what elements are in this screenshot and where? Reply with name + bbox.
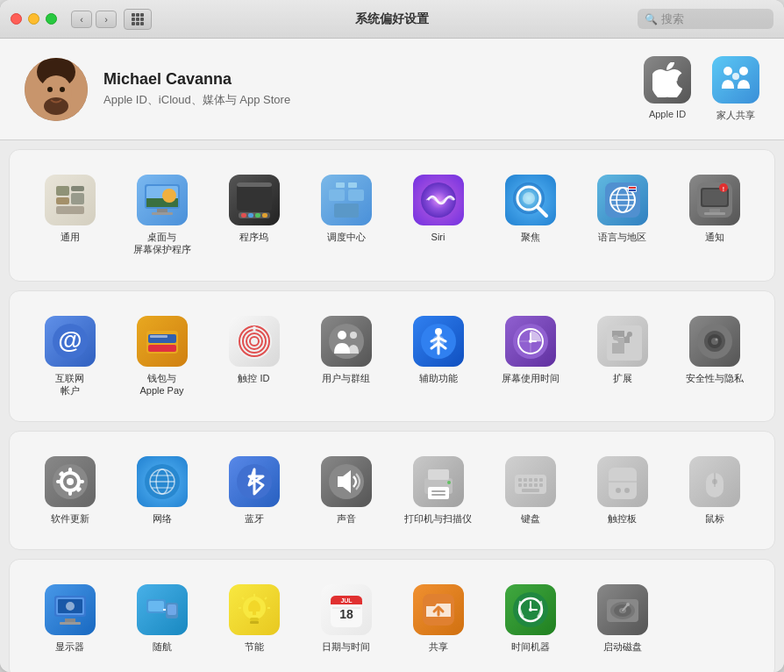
forward-button[interactable]: › [96,11,117,28]
touchid-pref[interactable]: 触控 ID [211,309,296,404]
svg-line-36 [538,207,546,216]
svg-rect-28 [348,189,364,201]
spotlight-pref[interactable]: 聚焦 [488,168,573,263]
bluetooth-pref[interactable]: 蓝牙 [211,449,296,532]
svg-point-35 [523,192,535,204]
svg-rect-9 [56,186,69,196]
sharing-pref[interactable]: 共享 [396,577,481,660]
mouse-pref[interactable]: 鼠标 [672,449,757,532]
siri-icon [413,175,464,225]
search-input[interactable] [661,12,766,25]
dock-label: 程序坞 [239,231,268,243]
search-box[interactable]: 🔍 [638,9,773,29]
startup-icon [597,584,648,635]
search-icon: 🔍 [645,13,658,25]
svg-point-66 [338,331,346,340]
svg-rect-112 [518,478,522,482]
svg-rect-113 [524,478,527,482]
touchid-label: 触控 ID [238,372,269,384]
svg-rect-25 [255,213,260,218]
language-pref[interactable]: 语言与地区 [580,168,665,263]
siri-pref[interactable]: Siri [396,168,481,263]
svg-point-6 [723,67,732,75]
profile-actions: Apple ID 家人共享 [644,56,759,122]
mission-icon [321,175,372,225]
svg-rect-122 [522,489,539,492]
icon-grid-more: 显示器 随航 [27,577,757,660]
svg-rect-21 [237,182,272,187]
svg-rect-117 [518,483,522,487]
printer-label: 打印机与扫描仪 [404,512,472,525]
main-window: ‹ › 系统偏好设置 🔍 [0,0,784,672]
datetime-pref[interactable]: 18 JUL 日期与时间 [303,577,388,660]
profile-name: Michael Cavanna [103,70,644,89]
notifications-pref[interactable]: ! 通知 [672,168,757,263]
desktop-pref[interactable]: 桌面与屏幕保护程序 [119,168,204,263]
extensions-pref[interactable]: 扩展 [580,309,665,404]
svg-rect-45 [629,189,636,191]
energy-pref[interactable]: 节能 [211,577,296,660]
family-sharing-button[interactable]: 家人共享 [712,56,759,122]
general-label: 通用 [61,231,80,243]
section-system: 通用 桌面与屏幕保护 [9,149,775,282]
dock-pref[interactable]: 程序坞 [211,168,296,263]
svg-point-125 [616,488,621,493]
svg-rect-116 [539,478,543,482]
mission-pref[interactable]: 调度中心 [303,168,388,263]
avatar-face [25,58,88,121]
maximize-button[interactable] [46,13,57,25]
wallet-pref[interactable]: 钱包与Apple Pay [119,309,204,404]
network-pref[interactable]: 网络 [119,449,204,532]
wallet-label: 钱包与Apple Pay [139,372,183,397]
svg-rect-52 [704,212,725,215]
svg-rect-23 [241,213,246,218]
trackpad-pref[interactable]: 触控板 [580,449,665,532]
general-pref[interactable]: 通用 [27,168,112,263]
main-content: 通用 桌面与屏幕保护 [0,140,784,672]
close-button[interactable] [11,13,22,25]
network-label: 网络 [153,512,172,525]
svg-rect-107 [428,487,449,499]
svg-point-110 [447,481,451,484]
desktop-label: 桌面与屏幕保护程序 [133,231,191,256]
display-icon [45,584,96,635]
svg-rect-18 [157,209,167,212]
svg-point-126 [624,488,630,493]
svg-point-17 [162,189,176,203]
grid-icon [132,13,144,25]
svg-rect-92 [56,480,61,483]
svg-rect-30 [336,182,345,188]
display-pref[interactable]: 显示器 [27,577,112,660]
section-account: @ 互联网帐户 [9,290,775,423]
profile-subtitle: Apple ID、iCloud、媒体与 App Store [103,92,644,108]
minimize-button[interactable] [28,13,39,25]
svg-rect-11 [71,186,84,191]
startup-pref[interactable]: 启动磁盘 [580,577,665,660]
users-pref[interactable]: 用户与群组 [303,309,388,404]
svg-rect-31 [348,182,357,188]
network-icon [137,456,188,507]
apple-id-button[interactable]: Apple ID [644,56,691,122]
timemachine-pref[interactable]: 时间机器 [488,577,573,660]
svg-rect-51 [709,209,720,212]
icon-grid-hardware: 软件更新 网络 [27,449,757,532]
desktop-icon [137,175,188,225]
sound-pref[interactable]: 声音 [303,449,388,532]
keyboard-pref[interactable]: 键盘 [488,449,573,532]
printer-pref[interactable]: 打印机与扫描仪 [396,449,481,532]
airdrop-pref[interactable]: 随航 [119,577,204,660]
keyboard-label: 键盘 [521,512,540,525]
grid-view-button[interactable] [124,9,152,30]
nav-buttons: ‹ › [71,11,117,28]
screentime-pref[interactable]: 屏幕使用时间 [488,309,573,404]
avatar[interactable] [25,58,88,121]
security-pref[interactable]: 安全性与隐私 [672,309,757,404]
profile-text: Michael Cavanna Apple ID、iCloud、媒体与 App … [103,70,644,108]
svg-rect-57 [148,345,176,352]
internet-pref[interactable]: @ 互联网帐户 [27,309,112,404]
svg-rect-26 [262,213,267,218]
back-button[interactable]: ‹ [71,11,92,28]
language-icon [597,175,648,225]
software-pref[interactable]: 软件更新 [27,449,112,532]
accessibility-pref[interactable]: 辅助功能 [396,309,481,404]
